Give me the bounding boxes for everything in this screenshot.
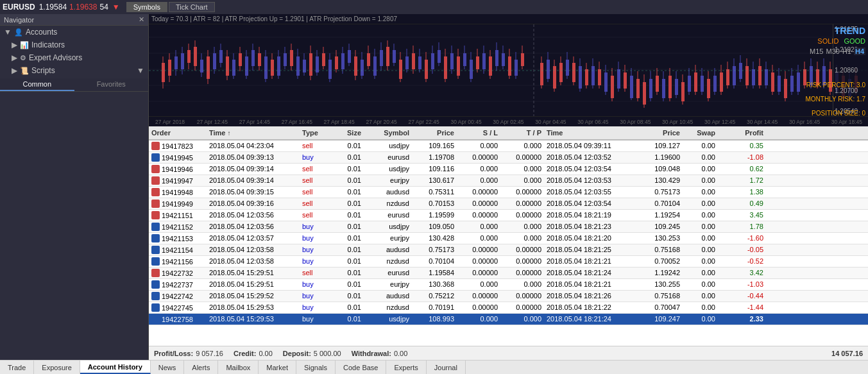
chart-body[interactable]: TREND SOLID GOOD M15 M30 H1 H4 RISK P — [149, 24, 868, 116]
time-6: 27 Apr 22:45 — [403, 119, 445, 125]
tab-signals[interactable]: Signals — [296, 361, 336, 374]
tab-common[interactable]: Common — [0, 78, 74, 91]
deposit-label: Deposit: — [283, 350, 311, 357]
total-value: 14 057.16 — [831, 350, 863, 357]
trade-table-section: Order Time ↑ Type Size Symbol Price S / … — [149, 126, 868, 346]
middle-row: Navigator ✕ ▼ 👤 Accounts ▶ 📊 Indicators … — [0, 14, 868, 360]
position-size-line: POSITION SIZE: 0 — [805, 110, 865, 116]
tab-codebase[interactable]: Code Base — [336, 361, 386, 374]
table-row[interactable]: 19422732 2018.05.04 15:29:51 sell 0.01 e… — [149, 268, 868, 279]
table-row[interactable]: 19422745 2018.05.04 15:29:53 buy 0.01 nz… — [149, 302, 868, 314]
candlestick-chart — [149, 24, 868, 116]
table-row[interactable]: 19422742 2018.05.04 15:29:52 buy 0.01 au… — [149, 291, 868, 302]
nav-item-accounts[interactable]: ▼ 👤 Accounts — [0, 26, 148, 38]
table-row[interactable]: 19421153 2018.05.04 12:03:57 buy 0.01 eu… — [149, 233, 868, 244]
ask-price: 1.19638 — [69, 3, 97, 12]
col-price2: Price — [639, 128, 683, 138]
close-icon[interactable]: ✕ — [139, 15, 144, 24]
indicators-label: Indicators — [31, 40, 65, 49]
tf-m30[interactable]: M30 — [826, 47, 839, 55]
table-scroll-area[interactable]: 19417823 2018.05.04 04:23:04 sell 0.01 u… — [149, 140, 868, 346]
tab-account-history[interactable]: Account History — [80, 361, 151, 374]
time-15: 30 Apr 16:45 — [783, 119, 826, 125]
deposit-value: 5 000.00 — [314, 350, 341, 357]
tab-alerts[interactable]: Alerts — [184, 361, 218, 374]
tab-journal[interactable]: Journal — [427, 361, 466, 374]
nav-tabs: Common Favorites — [0, 78, 148, 92]
nav-item-scripts[interactable]: ▶ 📜 Scripts ▼ — [0, 64, 148, 77]
trend-panel: TREND SOLID GOOD M15 M30 H1 H4 RISK P — [805, 26, 865, 116]
table-row[interactable]: 19422758 2018.05.04 15:29:53 buy 0.01 us… — [149, 314, 868, 325]
table-row[interactable]: 19421154 2018.05.04 12:03:58 buy 0.01 au… — [149, 244, 868, 256]
bid-price: 1.19584 — [39, 3, 67, 12]
table-row[interactable]: 19419947 2018.05.04 09:39:14 sell 0.01 e… — [149, 175, 868, 187]
tab-news[interactable]: News — [151, 361, 185, 374]
nav-item-expert-advisors[interactable]: ▶ ⚙ Expert Advisors — [0, 51, 148, 64]
col-type: Type — [300, 128, 335, 138]
symbols-tab[interactable]: Symbols — [126, 2, 167, 12]
chart-container: Today = 70.3 | ATR = 82 | ATR Projection… — [149, 14, 868, 126]
symbol-label: EURUSD — [3, 3, 35, 12]
tf-h1[interactable]: H1 — [842, 47, 851, 55]
withdrawal-label: Withdrawal: — [352, 350, 391, 357]
tab-favorites[interactable]: Favorites — [74, 78, 149, 91]
down-arrow-icon: ▼ — [112, 3, 120, 12]
table-row[interactable]: 19421151 2018.05.04 12:03:56 sell 0.01 e… — [149, 210, 868, 221]
indicators-icon: 📊 — [20, 41, 29, 49]
tf-m15[interactable]: M15 — [810, 47, 823, 55]
table-row[interactable]: 19421152 2018.05.04 12:03:56 buy 0.01 us… — [149, 221, 868, 233]
tab-market[interactable]: Market — [259, 361, 296, 374]
table-row[interactable]: 19417823 2018.05.04 04:23:04 sell 0.01 u… — [149, 140, 868, 152]
col-symbol: Symbol — [364, 128, 412, 138]
tab-trade[interactable]: Trade — [0, 361, 34, 374]
time-16: 30 Apr 18:45 — [826, 119, 868, 125]
time-bar: 27 Apr 2018 27 Apr 12:45 27 Apr 14:45 27… — [149, 116, 868, 126]
top-bar: EURUSD 1.19584 1.19638 54 ▼ Symbols Tick… — [0, 0, 868, 14]
table-row[interactable]: 19419948 2018.05.04 09:39:15 sell 0.01 a… — [149, 187, 868, 198]
tab-experts[interactable]: Experts — [386, 361, 426, 374]
nav-item-indicators[interactable]: ▶ 📊 Indicators — [0, 38, 148, 51]
withdrawal-value: 0.00 — [394, 350, 407, 357]
col-order: Order — [149, 128, 207, 138]
time-7: 30 Apr 00:45 — [445, 119, 488, 125]
accounts-expand-icon: ▼ — [4, 28, 12, 37]
accounts-label: Accounts — [26, 28, 57, 37]
time-3: 27 Apr 16:45 — [276, 119, 318, 125]
ea-icon: ⚙ — [20, 54, 26, 62]
tab-exposure[interactable]: Exposure — [34, 361, 80, 374]
time-2: 27 Apr 14:45 — [234, 119, 276, 125]
table-row[interactable]: 19421156 2018.05.04 12:03:58 buy 0.01 nz… — [149, 256, 868, 268]
navigator-header: Navigator ✕ — [0, 14, 148, 26]
time-10: 30 Apr 06:45 — [572, 119, 614, 125]
scripts-expand-arrow: ▼ — [137, 66, 144, 75]
tick-chart-tab[interactable]: Tick Chart — [169, 2, 215, 12]
full-layout: EURUSD 1.19584 1.19638 54 ▼ Symbols Tick… — [0, 0, 868, 374]
col-price: Price — [412, 128, 457, 138]
monthly-risk-line: MONTHLY RISK: 1.7 — [805, 96, 865, 103]
col-tp: T / P — [500, 128, 544, 138]
col-scroll-header — [766, 128, 775, 138]
credit-value: 0.00 — [259, 350, 272, 357]
time-9: 30 Apr 04:45 — [529, 119, 572, 125]
navigator-title: Navigator — [4, 16, 34, 24]
time-4: 27 Apr 18:45 — [318, 119, 361, 125]
navigator-panel: Navigator ✕ ▼ 👤 Accounts ▶ 📊 Indicators … — [0, 14, 149, 360]
table-row[interactable]: 19419949 2018.05.04 09:39:16 sell 0.01 n… — [149, 198, 868, 210]
risk-info: RISK PERCENT: 3.0 MONTHLY RISK: 1.7 POSI… — [805, 74, 865, 116]
tab-mailbox[interactable]: Mailbox — [218, 361, 259, 374]
table-row[interactable]: 19422737 2018.05.04 15:29:51 buy 0.01 eu… — [149, 279, 868, 291]
table-row[interactable]: 19419946 2018.05.04 09:39:14 sell 0.01 u… — [149, 164, 868, 175]
credit-label: Credit: — [234, 350, 256, 357]
tf-h4[interactable]: H4 — [854, 47, 865, 55]
ea-label: Expert Advisors — [29, 53, 82, 62]
col-time: Time ↑ — [207, 128, 300, 138]
tf-buttons: M15 M30 H1 H4 — [805, 47, 865, 55]
time-5: 27 Apr 20:45 — [361, 119, 403, 125]
bottom-tab-bar: Trade Exposure Account History News Aler… — [0, 360, 868, 374]
table-header: Order Time ↑ Type Size Symbol Price S / … — [149, 126, 868, 140]
pnl-label: Profit/Loss: — [154, 350, 193, 357]
table-row[interactable]: 19419945 2018.05.04 09:39:13 buy 0.01 eu… — [149, 152, 868, 164]
col-profit: Profit — [718, 128, 766, 138]
indicators-expand-icon: ▶ — [12, 40, 17, 49]
table-rows-container: 19417823 2018.05.04 04:23:04 sell 0.01 u… — [149, 140, 868, 325]
